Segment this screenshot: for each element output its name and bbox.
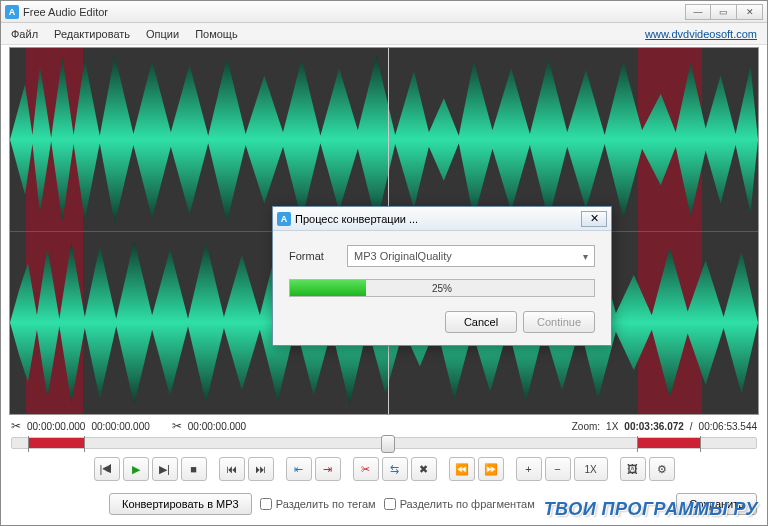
menubar: Файл Редактировать Опции Помощь www.dvdv… [1, 23, 767, 45]
waveform-left-svg [10, 48, 758, 231]
zoom-value: 1X [606, 421, 618, 432]
scissors-icon: ✂ [11, 419, 21, 433]
seek-fwd-button[interactable]: ⏩ [478, 457, 504, 481]
site-link[interactable]: www.dvdvideosoft.com [645, 28, 765, 40]
ruler-marker[interactable] [84, 436, 85, 452]
footer-bar: Конвертировать в MP3 Разделить по тегам … [1, 487, 767, 525]
progress-percent: 25% [290, 280, 594, 296]
split-by-tags-input[interactable] [260, 498, 272, 510]
dialog-titlebar: A Процесс конвертации ... ✕ [273, 207, 611, 231]
play-selection-button[interactable]: ▶| [152, 457, 178, 481]
dialog-close-button[interactable]: ✕ [581, 211, 607, 227]
selection-start-time: 00:00:00.000 [27, 421, 85, 432]
total-time: 00:06:53.544 [699, 421, 757, 432]
split-by-tags-checkbox[interactable]: Разделить по тегам [260, 498, 376, 510]
save-button[interactable]: Сохранить [676, 493, 757, 515]
cut-time: 00:00:00.000 [188, 421, 246, 432]
format-label: Format [289, 250, 333, 262]
ruler-marker[interactable] [28, 436, 29, 452]
marker-in-button[interactable]: ⇤ [286, 457, 312, 481]
current-time: 00:03:36.072 [624, 421, 684, 432]
close-button[interactable]: ✕ [737, 4, 763, 20]
app-icon: A [5, 5, 19, 19]
ruler-marker[interactable] [700, 436, 701, 452]
zoom-label: Zoom: [572, 421, 600, 432]
cancel-button[interactable]: Cancel [445, 311, 517, 333]
ruler-marker[interactable] [637, 436, 638, 452]
prev-marker-button[interactable]: ⏮ [219, 457, 245, 481]
waveform-channel-left [10, 48, 758, 231]
seek-back-button[interactable]: ⏪ [449, 457, 475, 481]
transport-toolbar: |⯇ ▶ ▶| ■ ⏮ ⏭ ⇤ ⇥ ✂ ⇆ ✖ ⏪ ⏩ + − 1X 🖼 ⚙ [1, 449, 767, 487]
zoom-out-button[interactable]: − [545, 457, 571, 481]
window-controls: — ▭ ✕ [685, 4, 763, 20]
continue-button[interactable]: Continue [523, 311, 595, 333]
ruler-selection-2[interactable] [637, 438, 700, 448]
titlebar: A Free Audio Editor — ▭ ✕ [1, 1, 767, 23]
dialog-title: Процесс конвертации ... [295, 213, 418, 225]
split-by-fragments-input[interactable] [384, 498, 396, 510]
play-button[interactable]: ▶ [123, 457, 149, 481]
delete-button[interactable]: ✖ [411, 457, 437, 481]
ruler-playhead-handle[interactable] [381, 435, 395, 453]
cut-button[interactable]: ✂ [353, 457, 379, 481]
app-icon: A [277, 212, 291, 226]
goto-start-button[interactable]: |⯇ [94, 457, 120, 481]
next-marker-button[interactable]: ⏭ [248, 457, 274, 481]
timeline-ruler[interactable] [11, 437, 757, 449]
split-by-fragments-checkbox[interactable]: Разделить по фрагментам [384, 498, 535, 510]
menu-edit[interactable]: Редактировать [46, 26, 138, 42]
menu-help[interactable]: Помощь [187, 26, 246, 42]
progress-bar: 25% [289, 279, 595, 297]
menu-options[interactable]: Опции [138, 26, 187, 42]
zoom-in-button[interactable]: + [516, 457, 542, 481]
window-title: Free Audio Editor [23, 6, 108, 18]
timecode-bar: ✂ 00:00:00.000 00:00:00.000 ✂ 00:00:00.0… [1, 415, 767, 437]
format-value: MP3 OriginalQuality [354, 250, 452, 262]
maximize-button[interactable]: ▭ [711, 4, 737, 20]
marker-out-button[interactable]: ⇥ [315, 457, 341, 481]
trim-button[interactable]: ⇆ [382, 457, 408, 481]
minimize-button[interactable]: — [685, 4, 711, 20]
format-combobox[interactable]: MP3 OriginalQuality [347, 245, 595, 267]
menu-file[interactable]: Файл [3, 26, 46, 42]
conversion-dialog: A Процесс конвертации ... ✕ Format MP3 O… [272, 206, 612, 346]
speed-button[interactable]: 1X [574, 457, 608, 481]
image-button[interactable]: 🖼 [620, 457, 646, 481]
time-separator: / [690, 421, 693, 432]
settings-button[interactable]: ⚙ [649, 457, 675, 481]
stop-button[interactable]: ■ [181, 457, 207, 481]
scissors-icon: ✂ [172, 419, 182, 433]
convert-mp3-button[interactable]: Конвертировать в MP3 [109, 493, 252, 515]
selection-end-time: 00:00:00.000 [91, 421, 149, 432]
ruler-selection-1[interactable] [28, 438, 84, 448]
